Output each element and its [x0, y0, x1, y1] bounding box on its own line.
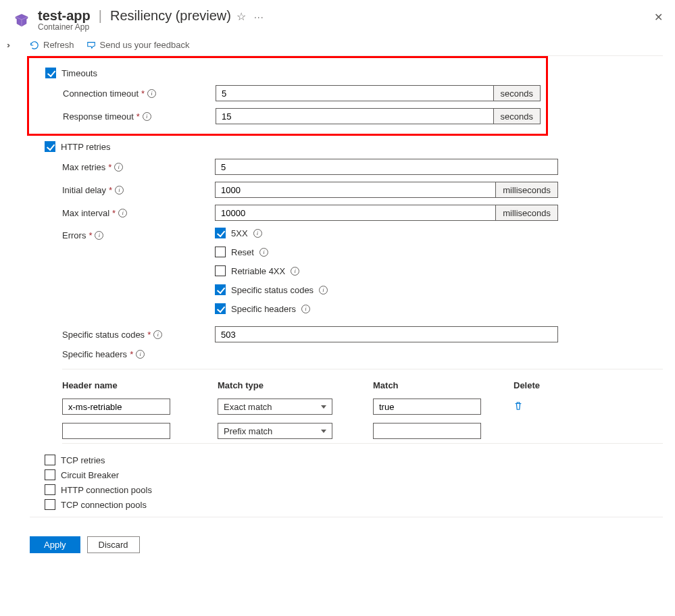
connection-timeout-unit: seconds	[494, 85, 541, 101]
response-timeout-label: Response timeout*i	[63, 111, 216, 122]
http-connection-pools-checkbox[interactable]	[45, 484, 55, 495]
max-interval-unit: milliseconds	[496, 205, 558, 221]
tcp-connection-pools-checkbox[interactable]	[45, 499, 55, 510]
discard-button[interactable]: Discard	[87, 536, 140, 553]
match-type-select[interactable]: Exact match	[218, 399, 332, 415]
specific-status-codes-input[interactable]	[215, 326, 558, 342]
tcp-connection-pools-label: TCP connection pools	[61, 500, 147, 510]
refresh-icon	[30, 41, 39, 50]
tcp-retries-label: TCP retries	[61, 455, 105, 465]
error-specific-headers-label: Specific headers	[231, 304, 296, 314]
tcp-retries-checkbox[interactable]	[45, 455, 55, 465]
http-retries-checkbox[interactable]	[45, 141, 55, 152]
app-icon	[12, 11, 31, 30]
feedback-button[interactable]: Send us your feedback	[86, 40, 190, 50]
info-icon[interactable]: i	[143, 112, 151, 121]
footer-actions: Apply Discard	[30, 528, 663, 553]
timeouts-checkbox[interactable]	[45, 68, 56, 78]
specific-status-codes-label: Specific status codes*i	[62, 330, 215, 340]
title-divider: |	[96, 8, 105, 24]
errors-options: 5XX i Reset i Retriable 4XX i Specific s…	[215, 228, 663, 314]
close-icon[interactable]: ✕	[654, 11, 663, 24]
info-icon[interactable]: i	[95, 231, 103, 240]
header-name-input[interactable]	[62, 423, 170, 439]
toolbar: ›› Refresh Send us your feedback	[30, 36, 663, 56]
max-interval-input[interactable]	[215, 205, 496, 221]
header-row: Prefix match	[62, 419, 663, 443]
info-icon[interactable]: i	[301, 305, 310, 313]
delete-row-icon[interactable]	[514, 401, 554, 413]
header-match-input[interactable]	[373, 423, 481, 439]
more-actions-icon[interactable]: ···	[251, 11, 264, 22]
info-icon[interactable]: i	[253, 229, 262, 238]
info-icon[interactable]: i	[147, 89, 156, 98]
info-icon[interactable]: i	[118, 209, 127, 217]
page-header: test-app | Resiliency (preview) ☆ ··· Co…	[12, 8, 663, 36]
error-reset-label: Reset	[231, 247, 254, 257]
specific-headers-label: Specific headers*i	[62, 349, 215, 359]
error-5xx-label: 5XX	[231, 228, 248, 238]
feedback-label: Send us your feedback	[100, 40, 190, 50]
favorite-star-icon[interactable]: ☆	[236, 10, 246, 23]
apply-button[interactable]: Apply	[30, 536, 80, 553]
resource-type: Container App	[38, 22, 264, 32]
refresh-button[interactable]: Refresh	[30, 40, 74, 50]
error-specific-codes-label: Specific status codes	[231, 285, 314, 295]
timeouts-label: Timeouts	[61, 68, 97, 78]
initial-delay-unit: milliseconds	[496, 182, 558, 198]
refresh-label: Refresh	[43, 40, 74, 50]
info-icon[interactable]: i	[136, 350, 145, 359]
initial-delay-input[interactable]	[215, 182, 496, 198]
col-header-name: Header name	[62, 380, 211, 390]
expand-panel-icon[interactable]: ››	[7, 41, 8, 50]
match-type-select[interactable]: Prefix match	[218, 423, 332, 439]
circuit-breaker-checkbox[interactable]	[45, 469, 55, 480]
col-match: Match	[373, 380, 507, 390]
http-connection-pools-label: HTTP connection pools	[61, 485, 152, 495]
circuit-breaker-label: Circuit Breaker	[61, 470, 119, 480]
footer-divider	[30, 517, 663, 517]
col-match-type: Match type	[218, 380, 366, 390]
info-icon[interactable]: i	[153, 330, 162, 339]
error-specific-headers-checkbox[interactable]	[215, 303, 226, 314]
header-row: Exact match	[62, 394, 663, 419]
header-name-input[interactable]	[62, 399, 170, 415]
info-icon[interactable]: i	[291, 267, 299, 276]
specific-headers-table: Header name Match type Match Delete Exac…	[62, 369, 663, 444]
page-title: Resiliency (preview)	[110, 8, 231, 24]
initial-delay-label: Initial delay*i	[62, 185, 215, 195]
error-specific-codes-checkbox[interactable]	[215, 284, 226, 295]
timeouts-highlight-box: Timeouts Connection timeout*i seconds Re…	[27, 56, 548, 136]
errors-label: Errors*i	[62, 230, 215, 240]
error-reset-checkbox[interactable]	[215, 247, 226, 257]
info-icon[interactable]: i	[114, 163, 123, 172]
col-delete: Delete	[514, 380, 554, 390]
response-timeout-input[interactable]	[216, 108, 494, 124]
max-retries-label: Max retries*i	[62, 162, 215, 172]
error-retriable4xx-label: Retriable 4XX	[231, 266, 285, 276]
error-retriable4xx-checkbox[interactable]	[215, 265, 226, 276]
response-timeout-unit: seconds	[494, 108, 541, 124]
http-retries-label: HTTP retries	[61, 142, 110, 152]
error-5xx-checkbox[interactable]	[215, 228, 226, 238]
connection-timeout-input[interactable]	[216, 85, 494, 101]
app-name: test-app	[38, 8, 91, 24]
connection-timeout-label: Connection timeout*i	[63, 88, 216, 99]
info-icon[interactable]: i	[259, 248, 268, 257]
feedback-icon	[86, 41, 96, 50]
info-icon[interactable]: i	[319, 286, 328, 294]
max-interval-label: Max interval*i	[62, 208, 215, 218]
max-retries-input[interactable]	[215, 159, 558, 175]
info-icon[interactable]: i	[115, 186, 124, 195]
header-match-input[interactable]	[373, 399, 481, 415]
